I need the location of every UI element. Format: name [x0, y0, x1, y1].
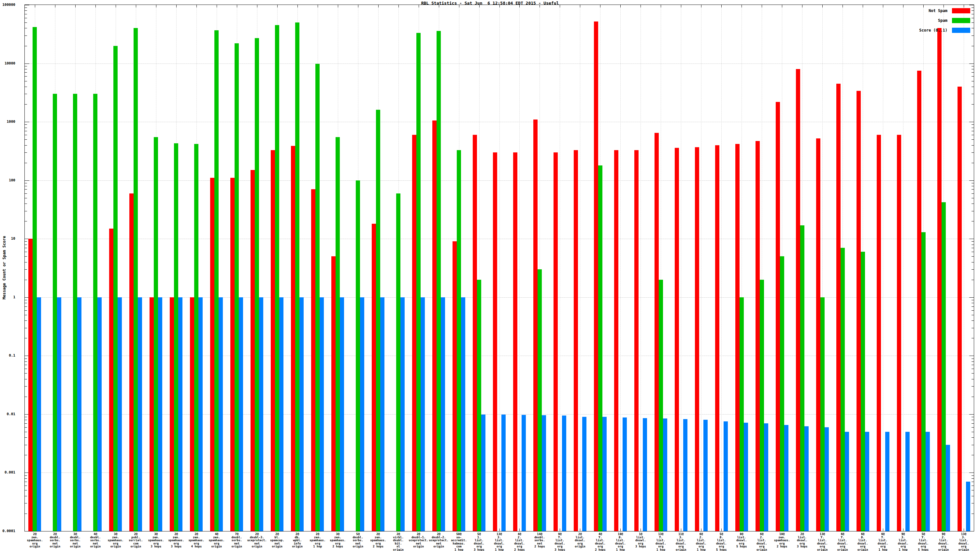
y-minor-tick-left: [25, 475, 27, 476]
x-tick-top: [903, 5, 904, 8]
y-minor-tick-left: [25, 478, 27, 479]
x-tick-bottom: [580, 529, 580, 531]
y-major-tick-left: [25, 64, 29, 64]
bar-spam: [33, 27, 37, 531]
x-tick-bottom: [560, 529, 560, 531]
y-minor-tick-right: [972, 368, 974, 369]
score-swatch-icon: [952, 28, 970, 33]
bar-not-spam: [614, 150, 618, 531]
spam-swatch-icon: [952, 18, 970, 23]
y-major-tick-right: [969, 531, 974, 532]
y-major-tick-right: [969, 64, 974, 64]
y-minor-tick-left: [25, 423, 27, 424]
bar-score: [259, 297, 263, 531]
y-minor-tick-left: [25, 338, 27, 338]
bar-score: [804, 426, 809, 531]
bar-spam: [73, 94, 77, 531]
bar-not-spam: [695, 147, 699, 531]
x-group-label: 1@ list. dnswl. org 3 hops: [630, 533, 651, 548]
y-minor-tick-left: [25, 437, 27, 438]
bar-not-spam: [331, 256, 336, 531]
bar-score: [623, 418, 627, 531]
y-minor-tick-right: [972, 306, 974, 307]
x-tick-top: [641, 5, 641, 8]
x-group-label: 2@ psbl. surriel. com origin: [126, 533, 146, 548]
x-group-label: 2@ list. dnswl. org origin: [570, 533, 590, 548]
y-major-tick-right: [969, 356, 974, 356]
bar-not-spam: [230, 178, 235, 531]
y-minor-tick-left: [25, 315, 27, 315]
x-tick-top: [479, 5, 480, 8]
x-group-label: 2@ virbl. dnsbl. bit. nl origin: [388, 533, 409, 551]
bar-not-spam: [533, 119, 538, 531]
y-minor-tick-right: [972, 420, 974, 420]
y-major-tick-right: [969, 239, 974, 239]
bar-score: [784, 425, 788, 531]
bar-spam: [275, 25, 279, 531]
y-minor-tick-left: [25, 28, 27, 29]
y-minor-tick-right: [972, 18, 974, 18]
y-major-tick-right: [969, 180, 974, 181]
x-group-label: 10@ 0. list. dnswl. org 1 hop: [610, 533, 631, 551]
y-minor-tick-right: [972, 379, 974, 380]
bar-spam: [235, 43, 239, 531]
bar-spam: [134, 28, 138, 531]
x-tick-top: [298, 5, 298, 8]
x-group-label: 5@ 0. list. dnswl. org 5 hops: [711, 533, 732, 551]
rbl-statistics-chart: RBL Statistics - Sat Jun 6 12:58:04 EDT …: [0, 0, 980, 551]
y-minor-tick-right: [972, 496, 974, 496]
x-group-label: 2@ zen. spamhaus. org origin: [24, 533, 45, 548]
y-minor-tick-left: [25, 163, 27, 163]
x-group-label: 4@ dnsbl. sorbs. net origin: [85, 533, 106, 548]
y-minor-tick-right: [972, 198, 974, 198]
bar-spam: [93, 94, 97, 531]
y-minor-tick-left: [25, 186, 27, 186]
bar-not-spam: [715, 145, 719, 531]
x-group-label: 7@ dnsbl. sorbs. net origin: [226, 533, 247, 548]
x-tick-bottom: [903, 529, 904, 531]
x-tick-top: [701, 5, 702, 8]
x-tick-top: [459, 5, 460, 8]
y-minor-tick-left: [25, 496, 27, 496]
bar-spam: [820, 297, 825, 531]
bar-spam: [215, 30, 219, 531]
y-minor-tick-right: [972, 81, 974, 81]
y-minor-tick-left: [25, 203, 27, 204]
bar-spam: [315, 64, 320, 531]
y-minor-tick-left: [25, 379, 27, 380]
y-minor-tick-right: [972, 300, 974, 300]
y-minor-tick-left: [25, 35, 27, 36]
bar-score: [724, 421, 728, 531]
y-minor-tick-right: [972, 152, 974, 153]
x-tick-top: [741, 5, 742, 8]
x-group-label: 6@ Y. list. dnswl. org 1 hop: [872, 533, 893, 551]
x-group-label: 2@ dnsbl-2. uceprotect. net origin: [428, 533, 449, 548]
y-minor-tick-left: [25, 152, 27, 153]
bar-score: [905, 432, 910, 531]
y-minor-tick-left: [25, 386, 27, 387]
bar-spam: [861, 252, 865, 531]
y-minor-tick-right: [972, 128, 974, 128]
x-tick-top: [95, 5, 96, 8]
x-gridline: [641, 5, 641, 531]
x-group-label: 13@ Y. list. dnswl. org 1 hop: [650, 533, 671, 551]
y-minor-tick-right: [972, 445, 974, 445]
x-group-label: 3@ dnsbl. sorbs. net origin: [65, 533, 86, 548]
bar-score: [744, 423, 748, 531]
y-minor-tick-right: [972, 245, 974, 245]
x-group-label: 2@ list. dnswl. org 3 hops: [792, 533, 813, 548]
bar-not-spam: [574, 150, 578, 531]
bar-not-spam: [129, 194, 134, 531]
y-minor-tick-right: [972, 328, 974, 328]
y-major-tick-left: [25, 5, 29, 5]
y-minor-tick-right: [972, 315, 974, 315]
bar-score: [582, 417, 586, 531]
legend-label-score: Score (0..1): [919, 28, 947, 33]
bar-score: [199, 297, 203, 531]
y-minor-tick-right: [972, 269, 974, 270]
y-minor-tick-right: [972, 252, 974, 252]
bar-spam: [840, 248, 845, 531]
legend-label-not-spam: Not Spam: [929, 8, 947, 13]
bar-score: [57, 297, 61, 531]
y-minor-tick-left: [25, 22, 27, 23]
